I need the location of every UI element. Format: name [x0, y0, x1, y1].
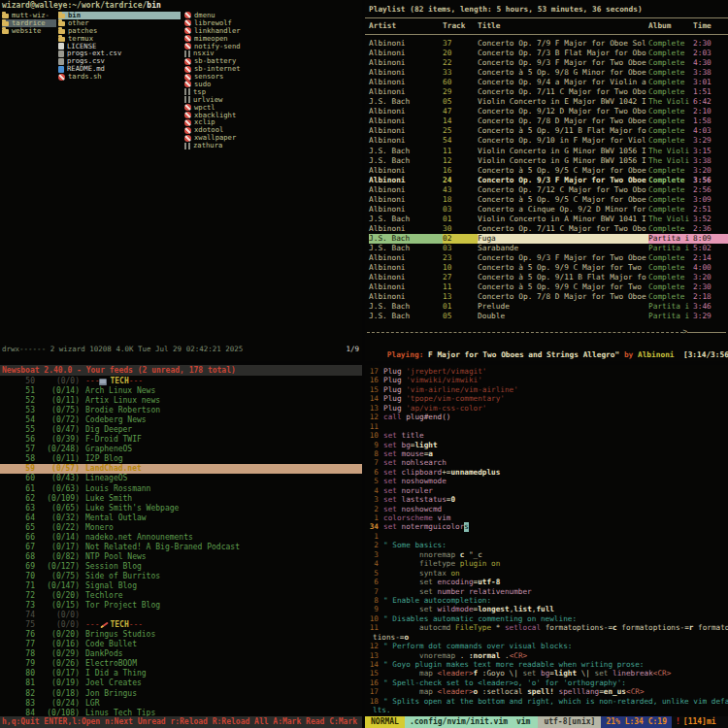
track-row[interactable]: Albinoni11Concerto à 5 Op. 9/9 C Major f… [365, 282, 728, 292]
feed-item[interactable]: 67(0/17)Not Related! A Big-Braned Podcas… [0, 543, 362, 552]
file-item[interactable]: sudo [184, 81, 359, 88]
file-item[interactable]: zathura [184, 142, 359, 149]
file-item[interactable]: sensors [184, 73, 359, 81]
track-row[interactable]: Albinoni60Concerto Op. 9/4 a Major for V… [365, 78, 728, 87]
feed-item[interactable]: 81(0/19)Joel Creates [0, 678, 362, 688]
code-line[interactable]: 3 nnoremap c "_c [365, 550, 728, 559]
code-line[interactable]: 17Plug 'jreybert/vimagit' [365, 367, 728, 376]
code-line[interactable]: 15 map <leader>f :Goyo \| set bg=light \… [365, 669, 728, 678]
code-line[interactable]: 9 set wildmode=longest,list,full [365, 605, 728, 613]
code-line[interactable]: 34set notermguicolors [365, 522, 728, 531]
feed-item[interactable]: 80(0/17)I Did a Thing [0, 669, 362, 678]
code-line[interactable]: 7 set number relativenumber [365, 587, 728, 596]
code-line[interactable]: tions-=o [365, 633, 728, 642]
code-line[interactable]: 11 autocmd FileType * setlocal formatopt… [365, 623, 728, 632]
track-row[interactable]: J.S. Bach03SarabandePartita i5:02 [365, 244, 728, 253]
code-line[interactable]: 16" Spell-check set to <leader>o, 'o' fo… [365, 678, 728, 687]
code-line[interactable]: 14Plug 'tpope/vim-commentary' [365, 394, 728, 403]
code-line[interactable]: 13Plug 'ap/vim-css-color' [365, 404, 728, 413]
track-row[interactable]: Albinoni29Concerto Op. 7/11 C Major for … [365, 87, 728, 97]
code-line[interactable]: 6 set encoding=utf-8 [365, 578, 728, 586]
track-row[interactable]: J.S. Bach01Violin Concerto in A Minor BW… [365, 215, 728, 224]
feed-item[interactable]: 71(0/147)Signal Blog [0, 581, 362, 591]
feed-item[interactable]: 79(0/26)ElectroBOOM [0, 659, 362, 669]
feed-item[interactable]: 58(0/11)I2P Blog [0, 454, 362, 464]
feed-item[interactable]: 77(0/16)Code Bullet [0, 640, 362, 649]
feed-item[interactable]: 55(0/47)Dig Deeper [0, 425, 362, 435]
feed-item[interactable]: 70(0/75)Side of Burritos [0, 572, 362, 581]
feed-item[interactable]: 52(0/11)Artix Linux news [0, 396, 362, 406]
feed-item[interactable]: 73(0/15)Tor Project Blog [0, 601, 362, 611]
feed-item[interactable]: 65(0/22)Monero [0, 523, 362, 533]
code-line[interactable]: 9set bg=light [365, 441, 728, 449]
feed-item[interactable]: 63(0/65)Luke Smith's Webpage [0, 504, 362, 513]
track-row[interactable]: Albinoni22Concerto Op. 9/3 F Major for T… [365, 58, 728, 68]
code-line[interactable]: 12call plug#end() [365, 413, 728, 421]
track-row[interactable]: Albinoni23Concerto Op. 9/3 F Major for T… [365, 253, 728, 263]
track-row[interactable]: Albinoni30Concerto Op. 7/11 C Major for … [365, 224, 728, 234]
code-line[interactable]: 10" Disables automatic commenting on new… [365, 614, 728, 623]
code-line[interactable]: 3set laststatus=0 [365, 495, 728, 504]
feed-item[interactable]: 54(0/72)Codeberg News [0, 415, 362, 425]
code-line[interactable]: 2" Some basics: [365, 541, 728, 549]
track-row[interactable]: Albinoni25Concerto à 5 Op. 9/11 B Flat M… [365, 126, 728, 136]
track-row[interactable]: Albinoni20Concerto Op. 7/3 B Flat Major … [365, 49, 728, 58]
track-row[interactable]: Albinoni24Concerto Op. 9/3 F Major for T… [365, 176, 728, 185]
track-row[interactable]: J.S. Bach12Violin Concerto in G Minor BW… [365, 156, 728, 166]
track-row[interactable]: J.S. Bach01PreludePartita i3:46 [365, 302, 728, 312]
feed-item[interactable]: 51(0/14)Arch Linux News [0, 386, 362, 396]
track-row[interactable]: Albinoni47Concerto Op. 9/12 D Major for … [365, 107, 728, 116]
track-row[interactable]: Albinoni16Concerto à 5 Op. 9/5 C Major f… [365, 166, 728, 176]
feed-item[interactable]: 83(0/24)LGR [0, 699, 362, 709]
code-line[interactable]: 7set nohlsearch [365, 458, 728, 467]
code-line[interactable]: 1 [365, 532, 728, 541]
code-line[interactable]: 11 [365, 422, 728, 431]
track-row[interactable]: Albinoni03Concerto a Cinque Op. 9/2 D Mi… [365, 205, 728, 215]
code-line[interactable]: 6set clipboard+=unnamedplus [365, 468, 728, 477]
track-row[interactable]: Albinoni27Concerto à 5 Op. 9/11 B Flat M… [365, 273, 728, 282]
code-line[interactable]: 5 syntax on [365, 569, 728, 578]
code-line[interactable]: 18" Splits open at the bottom and right,… [365, 697, 728, 706]
track-row[interactable]: Albinoni14Concerto Op. 7/8 D Major for T… [365, 116, 728, 126]
feed-item[interactable]: 56(0/39)F-Droid TWIF [0, 435, 362, 445]
code-line[interactable]: 2set noshowcmd [365, 505, 728, 513]
code-line[interactable]: 8set mouse=a [365, 449, 728, 458]
track-row[interactable]: Albinoni10Concerto à 5 Op. 9/9 C Major f… [365, 263, 728, 273]
feed-item[interactable]: 68(0/82)NTP Pool News [0, 552, 362, 562]
track-row[interactable]: J.S. Bach02FugaPartita i8:09 [365, 234, 728, 244]
vim-buffer[interactable]: 17Plug 'jreybert/vimagit'16Plug 'vimwiki… [365, 367, 728, 715]
feed-item[interactable]: 69(0/127)Session Blog [0, 562, 362, 572]
feed-item[interactable]: 53(0/75)Brodie Robertson [0, 406, 362, 415]
feed-item[interactable]: 66(0/14)nadeko.net Announements [0, 533, 362, 543]
code-line[interactable]: 1colorscheme vim [365, 513, 728, 522]
code-line[interactable]: 15Plug 'vim-airline/vim-airline' [365, 385, 728, 394]
track-row[interactable]: Albinoni33Concerto à 5 Op. 9/8 G Minor f… [365, 68, 728, 78]
feed-item[interactable]: 74(0/0) [0, 611, 362, 620]
code-line[interactable]: 17 map <leader>o :setlocal spell! spelll… [365, 687, 728, 696]
code-line[interactable]: 13 vnoremap . :normal .<CR> [365, 651, 728, 660]
code-line[interactable]: 4 filetype plugin on [365, 559, 728, 568]
track-row[interactable]: J.S. Bach11Violin Concerto in G Minor BW… [365, 147, 728, 156]
dir-item[interactable]: website [2, 27, 56, 35]
feed-item[interactable]: 59(0/57)LandChad.net [0, 464, 362, 474]
track-row[interactable]: J.S. Bach05DoublePartita i3:29 [365, 312, 728, 321]
feed-item[interactable]: 76(0/20)Bringus Studios [0, 630, 362, 640]
feed-separator[interactable]: 75(0/0)---TECH--- [0, 620, 362, 630]
track-row[interactable]: Albinoni13Concerto Op. 7/8 D Major for T… [365, 292, 728, 302]
feed-item[interactable]: 57(0/248)GrapheneOS [0, 445, 362, 454]
track-row[interactable]: Albinoni54Concerto Op. 9/10 in F Major f… [365, 136, 728, 146]
feed-item[interactable]: 78(0/29)DankPods [0, 649, 362, 659]
code-line[interactable]: 10set title [365, 431, 728, 440]
code-line[interactable]: 12" Perform dot commands over visual blo… [365, 642, 728, 650]
feed-item[interactable]: 60(0/43)LineageOS [0, 474, 362, 483]
feed-item[interactable]: 72(0/20)Techlore [0, 591, 362, 601]
code-line[interactable]: 8" Enable autocompletion: [365, 596, 728, 605]
code-line[interactable]: 14" Goyo plugin makes text more readable… [365, 660, 728, 669]
feed-item[interactable]: 62(0/109)Luke Smith [0, 494, 362, 504]
code-line[interactable]: 4set noruler [365, 486, 728, 495]
code-line[interactable]: lts. [365, 706, 728, 714]
file-item[interactable]: tards.sh [58, 73, 181, 81]
feed-item[interactable]: 64(0/32)Mental Outlaw [0, 513, 362, 523]
feed-item[interactable]: 82(0/18)Jon Bringus [0, 689, 362, 699]
track-row[interactable]: Albinoni43Concerto Op. 7/12 C Major for … [365, 185, 728, 195]
